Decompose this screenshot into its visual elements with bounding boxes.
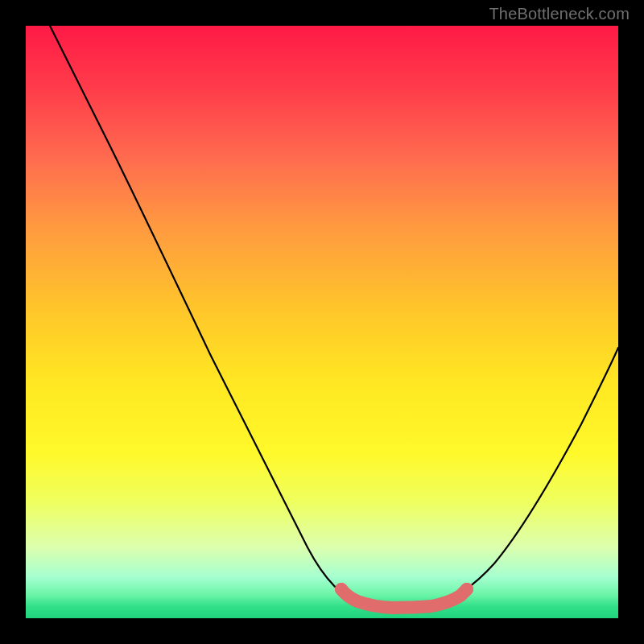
outer-frame: TheBottleneck.com xyxy=(0,0,644,644)
chart-svg xyxy=(26,26,618,618)
highlight-dot xyxy=(335,583,348,596)
plot-area xyxy=(26,26,618,618)
highlight-band xyxy=(341,589,467,608)
bottleneck-curve xyxy=(50,26,618,609)
highlight-dot xyxy=(460,583,473,596)
watermark-text: TheBottleneck.com xyxy=(489,5,630,23)
